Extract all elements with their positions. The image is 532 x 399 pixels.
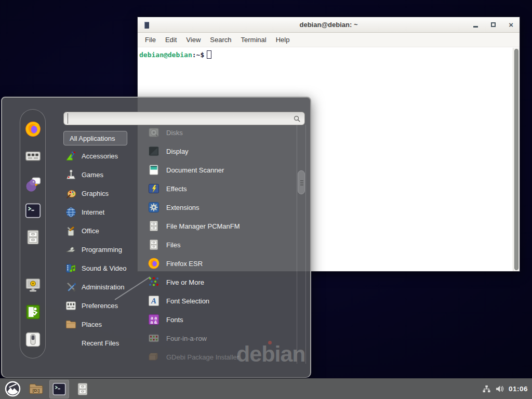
taskbar-terminal-launcher[interactable]	[49, 380, 69, 398]
taskbar-file-manager-launcher[interactable]	[73, 380, 92, 398]
minimize-icon[interactable]	[473, 26, 478, 28]
gdebi-icon	[148, 351, 160, 363]
category-label: Administration	[82, 283, 124, 291]
lock-screen-button[interactable]	[24, 276, 42, 294]
category-label: Sound & Video	[82, 264, 127, 272]
terminal-titlebar[interactable]: debian@debian: ~ ×	[138, 17, 520, 33]
category-places[interactable]: Places	[63, 315, 141, 334]
app-item-font-selection[interactable]: AFont Selection	[140, 291, 296, 310]
app-item-label: GDebi Package Installer	[166, 353, 239, 361]
taskbar-folder-launcher[interactable]: [D:]	[26, 380, 46, 398]
app-item-firefox-esr[interactable]: Firefox ESR	[140, 254, 296, 273]
administration-icon	[65, 281, 77, 293]
app-item-files[interactable]: Files	[140, 235, 296, 254]
app-item-five-or-more[interactable]: Five or More	[140, 273, 296, 291]
menu-scrollbar-thumb[interactable]	[298, 170, 305, 194]
blank-icon	[65, 337, 77, 349]
internet-icon	[65, 206, 77, 218]
category-label: Preferences	[82, 302, 118, 310]
application-list: DisksDisplayDocument ScannerEffectsExten…	[140, 123, 296, 366]
category-internet[interactable]: Internet	[63, 203, 141, 221]
category-office[interactable]: Office	[63, 221, 141, 240]
favorite-terminal[interactable]	[24, 202, 42, 219]
category-label: Games	[82, 171, 103, 179]
terminal-title: debian@debian: ~	[300, 21, 358, 29]
preferences-icon	[65, 300, 77, 312]
menu-logo-icon	[5, 381, 21, 397]
terminal-menu-search[interactable]: Search	[205, 34, 236, 46]
terminal-cursor	[207, 50, 211, 59]
shutdown-button[interactable]	[24, 331, 42, 348]
volume-icon[interactable]	[495, 384, 504, 393]
terminal-menu-edit[interactable]: Edit	[161, 34, 181, 46]
logout-button[interactable]	[24, 303, 42, 321]
favorite-pidgin[interactable]	[24, 176, 42, 193]
svg-text:[D:]: [D:]	[32, 388, 39, 393]
category-accessories[interactable]: Accessories	[63, 147, 141, 165]
app-item-display[interactable]: Display	[140, 142, 296, 161]
prompt-user-host: debian@debian	[139, 51, 192, 59]
maximize-icon[interactable]	[491, 22, 496, 27]
category-sound-video[interactable]: Sound & Video	[63, 259, 141, 277]
menu-scrollbar[interactable]	[297, 125, 306, 364]
file-cabinet-icon	[148, 220, 160, 232]
search-icon	[293, 115, 301, 123]
favorite-file-manager[interactable]	[24, 229, 42, 246]
disks-icon	[148, 126, 160, 139]
terminal-scrollbar[interactable]	[513, 48, 520, 271]
taskbar-panel: [D:] 01:06	[0, 378, 532, 399]
category-preferences[interactable]: Preferences	[63, 296, 141, 315]
app-item-label: Font Selection	[166, 297, 209, 305]
taskbar-menu-button[interactable]	[3, 380, 22, 398]
category-programming[interactable]: Programming	[63, 240, 141, 259]
graphics-icon	[65, 188, 77, 200]
app-item-file-manager-pcmanfm[interactable]: File Manager PCManFM	[140, 217, 296, 235]
application-menu-popup: debian All Applications AccessoriesGames…	[1, 97, 311, 378]
terminal-dark-icon	[52, 382, 66, 396]
terminal-scrollbar-thumb[interactable]	[514, 49, 518, 270]
app-item-gdebi-package-installer[interactable]: GDebi Package Installer	[140, 348, 296, 366]
app-item-label: Extensions	[166, 204, 200, 211]
terminal-menubar: FileEditViewSearchTerminalHelp	[138, 33, 520, 47]
app-item-effects[interactable]: Effects	[140, 179, 296, 198]
terminal-menu-file[interactable]: File	[140, 34, 161, 46]
terminal-menu-terminal[interactable]: Terminal	[236, 34, 271, 46]
app-item-label: Fonts	[166, 316, 183, 324]
category-label: Internet	[82, 208, 104, 216]
office-icon	[65, 225, 77, 237]
category-label: Office	[82, 227, 99, 235]
terminal-menu-view[interactable]: View	[181, 34, 205, 46]
clock[interactable]: 01:06	[509, 385, 528, 393]
category-administration[interactable]: Administration	[63, 277, 141, 296]
close-icon[interactable]: ×	[509, 21, 513, 29]
category-list: AccessoriesGamesGraphicsInternetOfficePr…	[63, 147, 141, 352]
search-input[interactable]	[68, 113, 293, 124]
font-selection-icon: A	[148, 295, 160, 307]
app-item-label: File Manager PCManFM	[166, 222, 240, 230]
favorite-software[interactable]	[24, 148, 42, 165]
fonts-icon: a aa &	[148, 313, 160, 326]
app-item-fonts[interactable]: a aa &Fonts	[140, 310, 296, 329]
file-cabinet-icon	[75, 382, 90, 396]
category-all-applications[interactable]: All Applications	[63, 131, 127, 145]
category-games[interactable]: Games	[63, 165, 141, 184]
terminal-menu-help[interactable]: Help	[271, 34, 295, 46]
firefox-icon	[148, 257, 160, 270]
category-label: Accessories	[82, 152, 118, 160]
network-icon[interactable]	[482, 384, 491, 393]
effects-icon	[148, 182, 160, 195]
app-item-label: Display	[166, 148, 189, 155]
category-recent-files[interactable]: Recent Files	[63, 334, 141, 352]
sound-video-icon	[65, 262, 77, 274]
favorite-firefox[interactable]	[24, 121, 42, 138]
app-item-disks[interactable]: Disks	[140, 123, 296, 142]
app-item-four-in-a-row[interactable]: Four-in-a-row	[140, 329, 296, 348]
app-item-document-scanner[interactable]: Document Scanner	[140, 161, 296, 179]
category-graphics[interactable]: Graphics	[63, 184, 141, 203]
app-item-label: Disks	[166, 129, 183, 137]
app-item-label: Four-in-a-row	[166, 335, 207, 342]
category-label: Places	[82, 321, 102, 328]
category-label: Recent Files	[82, 339, 119, 347]
app-item-extensions[interactable]: Extensions	[140, 198, 296, 217]
app-item-label: Firefox ESR	[166, 260, 203, 268]
